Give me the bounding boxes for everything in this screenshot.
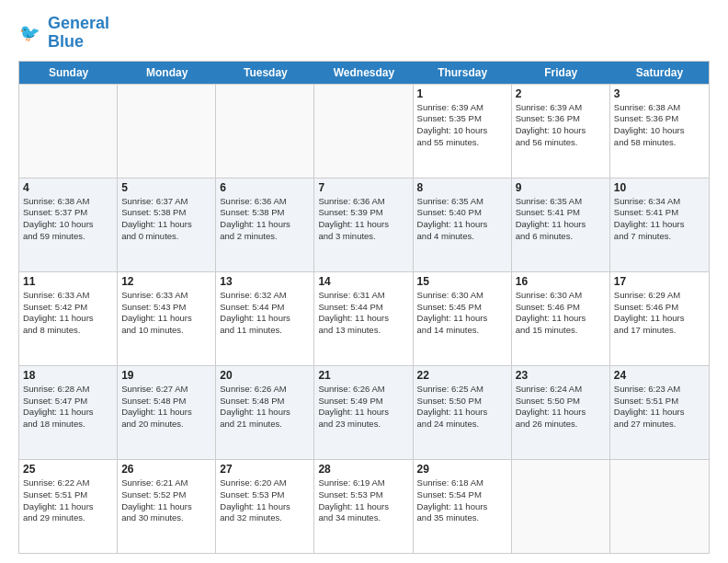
cell-info-line: Sunset: 5:46 PM — [614, 302, 705, 314]
cell-info-line: and 30 minutes. — [121, 512, 211, 524]
cell-info-line: Sunset: 5:51 PM — [614, 396, 705, 408]
cell-info-line: Sunset: 5:35 PM — [417, 113, 507, 125]
day-cell-22: 22Sunrise: 6:25 AMSunset: 5:50 PMDayligh… — [414, 366, 512, 459]
cell-info-line: Sunset: 5:50 PM — [516, 396, 606, 408]
cell-info-line: Sunset: 5:38 PM — [220, 207, 310, 219]
day-number: 15 — [417, 275, 507, 288]
cell-info-line: and 8 minutes. — [23, 325, 113, 337]
cell-info-line: Sunrise: 6:26 AM — [318, 384, 408, 396]
cell-info-line: and 11 minutes. — [220, 325, 310, 337]
day-cell-26: 26Sunrise: 6:21 AMSunset: 5:52 PMDayligh… — [118, 460, 216, 553]
cell-info-line: and 7 minutes. — [614, 231, 705, 243]
cell-info-line: Sunrise: 6:34 AM — [614, 196, 705, 208]
cell-info-line: Sunset: 5:44 PM — [220, 302, 310, 314]
cell-info-line: Daylight: 11 hours — [417, 407, 507, 419]
cell-info-line: and 24 minutes. — [417, 419, 507, 431]
cell-info-line: Daylight: 11 hours — [121, 407, 211, 419]
cell-info-line: Sunrise: 6:22 AM — [23, 477, 113, 489]
day-cell-29: 29Sunrise: 6:18 AMSunset: 5:54 PMDayligh… — [414, 460, 512, 553]
cell-info-line: Daylight: 11 hours — [220, 501, 310, 513]
cell-info-line: Sunrise: 6:38 AM — [23, 196, 113, 208]
cell-info-line: and 29 minutes. — [23, 512, 113, 524]
cell-info-line: and 21 minutes. — [220, 419, 310, 431]
day-cell-21: 21Sunrise: 6:26 AMSunset: 5:49 PMDayligh… — [314, 366, 413, 459]
cell-info-line: Sunset: 5:40 PM — [417, 207, 507, 219]
calendar: SundayMondayTuesdayWednesdayThursdayFrid… — [18, 61, 710, 554]
day-cell-16: 16Sunrise: 6:30 AMSunset: 5:46 PMDayligh… — [512, 272, 610, 365]
day-cell-6: 6Sunrise: 6:36 AMSunset: 5:38 PMDaylight… — [216, 178, 314, 271]
cell-info-line: Daylight: 11 hours — [318, 407, 408, 419]
cell-info-line: Sunset: 5:38 PM — [121, 207, 211, 219]
calendar-row-3: 18Sunrise: 6:28 AMSunset: 5:47 PMDayligh… — [19, 365, 709, 459]
cell-info-line: Sunset: 5:50 PM — [417, 396, 507, 408]
day-cell-19: 19Sunrise: 6:27 AMSunset: 5:48 PMDayligh… — [118, 366, 216, 459]
cell-info-line: Sunset: 5:42 PM — [23, 302, 113, 314]
empty-cell — [216, 85, 314, 178]
day-cell-7: 7Sunrise: 6:36 AMSunset: 5:39 PMDaylight… — [314, 178, 413, 271]
day-cell-10: 10Sunrise: 6:34 AMSunset: 5:41 PMDayligh… — [610, 178, 709, 271]
cell-info-line: Sunset: 5:45 PM — [417, 302, 507, 314]
day-cell-25: 25Sunrise: 6:22 AMSunset: 5:51 PMDayligh… — [19, 460, 118, 553]
cell-info-line: and 26 minutes. — [516, 419, 606, 431]
cell-info-line: Daylight: 11 hours — [121, 313, 211, 325]
day-cell-12: 12Sunrise: 6:33 AMSunset: 5:43 PMDayligh… — [118, 272, 216, 365]
cell-info-line: Sunrise: 6:38 AM — [614, 102, 705, 114]
day-number: 11 — [23, 275, 113, 288]
day-number: 21 — [318, 369, 408, 382]
cell-info-line: Daylight: 11 hours — [516, 407, 606, 419]
day-cell-3: 3Sunrise: 6:38 AMSunset: 5:36 PMDaylight… — [610, 85, 709, 178]
cell-info-line: Sunset: 5:51 PM — [23, 489, 113, 501]
cell-info-line: and 3 minutes. — [318, 231, 408, 243]
cell-info-line: Daylight: 11 hours — [318, 501, 408, 513]
day-number: 3 — [614, 87, 705, 100]
cell-info-line: Sunrise: 6:23 AM — [614, 384, 705, 396]
cell-info-line: Sunrise: 6:20 AM — [220, 477, 310, 489]
cell-info-line: Daylight: 11 hours — [614, 219, 705, 231]
cell-info-line: Sunrise: 6:28 AM — [23, 384, 113, 396]
cell-info-line: Sunrise: 6:33 AM — [23, 290, 113, 302]
day-number: 28 — [318, 463, 408, 476]
cell-info-line: Daylight: 11 hours — [23, 407, 113, 419]
cell-info-line: and 58 minutes. — [614, 137, 705, 149]
day-of-week-tuesday: Tuesday — [216, 62, 314, 84]
cell-info-line: Daylight: 11 hours — [121, 219, 211, 231]
cell-info-line: Daylight: 11 hours — [614, 407, 705, 419]
day-cell-24: 24Sunrise: 6:23 AMSunset: 5:51 PMDayligh… — [610, 366, 709, 459]
empty-cell — [512, 460, 610, 553]
page: 🐦 General Blue SundayMondayTuesdayWednes… — [0, 0, 728, 563]
day-cell-5: 5Sunrise: 6:37 AMSunset: 5:38 PMDaylight… — [118, 178, 216, 271]
day-number: 2 — [516, 87, 606, 100]
cell-info-line: Sunrise: 6:36 AM — [220, 196, 310, 208]
cell-info-line: Daylight: 11 hours — [121, 501, 211, 513]
day-cell-4: 4Sunrise: 6:38 AMSunset: 5:37 PMDaylight… — [19, 178, 118, 271]
cell-info-line: Daylight: 11 hours — [318, 313, 408, 325]
cell-info-line: and 14 minutes. — [417, 325, 507, 337]
cell-info-line: Daylight: 11 hours — [220, 313, 310, 325]
day-number: 1 — [417, 87, 507, 100]
day-of-week-monday: Monday — [118, 62, 216, 84]
cell-info-line: and 23 minutes. — [318, 419, 408, 431]
cell-info-line: Sunrise: 6:39 AM — [417, 102, 507, 114]
cell-info-line: Sunrise: 6:29 AM — [614, 290, 705, 302]
empty-cell — [118, 85, 216, 178]
cell-info-line: Sunrise: 6:25 AM — [417, 384, 507, 396]
cell-info-line: Sunrise: 6:18 AM — [417, 477, 507, 489]
cell-info-line: Sunrise: 6:35 AM — [516, 196, 606, 208]
cell-info-line: Sunset: 5:37 PM — [23, 207, 113, 219]
svg-text:🐦: 🐦 — [19, 22, 40, 42]
day-of-week-thursday: Thursday — [414, 62, 512, 84]
header: 🐦 General Blue — [18, 15, 710, 52]
cell-info-line: Daylight: 11 hours — [23, 501, 113, 513]
day-number: 6 — [220, 181, 310, 194]
cell-info-line: Sunrise: 6:21 AM — [121, 477, 211, 489]
logo-icon: 🐦 — [18, 20, 44, 46]
cell-info-line: Daylight: 10 hours — [417, 125, 507, 137]
day-number: 23 — [516, 369, 606, 382]
logo: 🐦 General Blue — [18, 15, 109, 52]
cell-info-line: Sunset: 5:49 PM — [318, 396, 408, 408]
day-cell-18: 18Sunrise: 6:28 AMSunset: 5:47 PMDayligh… — [19, 366, 118, 459]
day-number: 8 — [417, 181, 507, 194]
day-cell-2: 2Sunrise: 6:39 AMSunset: 5:36 PMDaylight… — [512, 85, 610, 178]
cell-info-line: Sunrise: 6:27 AM — [121, 384, 211, 396]
cell-info-line: Sunrise: 6:30 AM — [516, 290, 606, 302]
